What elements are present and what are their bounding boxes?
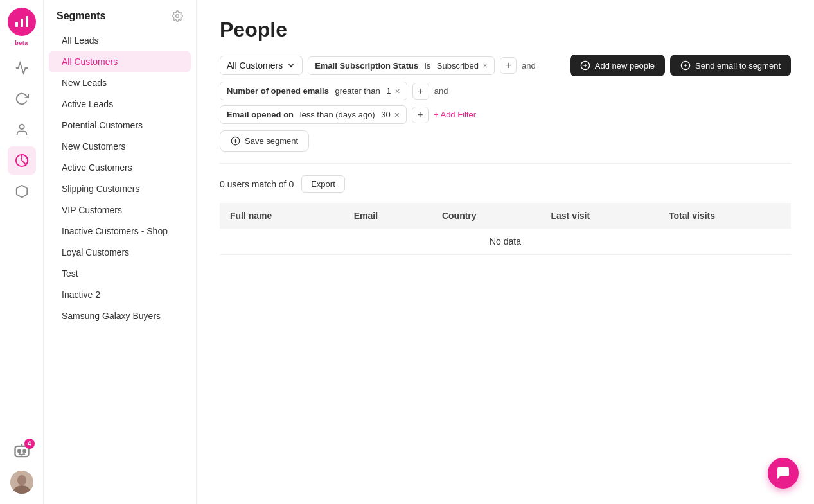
nav-icon-contacts[interactable]: [8, 116, 36, 144]
filter-field-3: Email opened on: [227, 110, 294, 119]
add-filter-label: + Add Filter: [434, 110, 476, 119]
gear-button[interactable]: [172, 10, 183, 22]
table-col-email: Email: [344, 203, 432, 229]
svg-point-6: [18, 450, 21, 453]
export-button[interactable]: Export: [301, 175, 345, 193]
filter-add-2[interactable]: +: [412, 83, 429, 100]
data-table: Full nameEmailCountryLast visitTotal vis…: [220, 203, 791, 255]
filter-close-1[interactable]: ×: [482, 61, 488, 70]
add-filter-button[interactable]: + Add Filter: [434, 110, 476, 119]
svg-rect-1: [21, 19, 23, 27]
filter-line-2: Number of opened emails greater than 1 ×…: [220, 82, 791, 100]
filter-line-1: All Customers Email Subscription Status …: [220, 55, 791, 76]
table-col-last-visit: Last visit: [540, 203, 658, 229]
sidebar-title: Segments: [57, 10, 105, 22]
filter-add-3[interactable]: +: [412, 107, 429, 123]
add-people-label: Add new people: [595, 61, 655, 71]
no-data-cell: No data: [220, 229, 791, 255]
user-avatar[interactable]: [10, 471, 33, 494]
sidebar-item-inactive-2[interactable]: Inactive 2: [49, 284, 191, 305]
match-text: 0 users match of 0: [220, 179, 294, 189]
send-email-label: Send email to segment: [695, 61, 781, 71]
filter-rows: All Customers Email Subscription Status …: [220, 55, 791, 124]
no-data-row: No data: [220, 229, 791, 255]
nav-icon-segments[interactable]: [8, 146, 36, 175]
sidebar-item-samsung-galaxy-buyers[interactable]: Samsung Galaxy Buyers: [49, 306, 191, 326]
svg-point-12: [176, 15, 179, 18]
table-head: Full nameEmailCountryLast visitTotal vis…: [220, 203, 791, 229]
svg-rect-0: [15, 22, 18, 27]
and-label-1: and: [522, 61, 536, 71]
icon-bar-bottom: 4: [8, 437, 36, 504]
sidebar-items-list: All LeadsAll CustomersNew LeadsActive Le…: [44, 30, 196, 326]
filters-area: All Customers Email Subscription Status …: [220, 55, 791, 152]
filter-close-3[interactable]: ×: [394, 110, 400, 119]
save-segment-label: Save segment: [245, 136, 298, 146]
icon-bar: beta: [0, 0, 44, 504]
filter-chip-email-subscription: Email Subscription Status is Subscribed …: [308, 56, 495, 75]
sidebar-item-potential-customers[interactable]: Potential Customers: [49, 115, 191, 135]
filter-field-2: Number of opened emails: [227, 86, 329, 96]
table-col-country: Country: [432, 203, 541, 229]
sidebar-item-active-customers[interactable]: Active Customers: [49, 157, 191, 178]
sidebar-item-loyal-customers[interactable]: Loyal Customers: [49, 242, 191, 263]
bot-badge: 4: [24, 439, 35, 449]
table-body: No data: [220, 229, 791, 255]
table-header-row: Full nameEmailCountryLast visitTotal vis…: [220, 203, 791, 229]
match-row: 0 users match of 0 Export: [220, 175, 791, 193]
sidebar: Segments All LeadsAll CustomersNew Leads…: [44, 0, 197, 504]
bot-button[interactable]: 4: [8, 437, 36, 465]
sidebar-item-new-customers[interactable]: New Customers: [49, 136, 191, 157]
filter-close-2[interactable]: ×: [394, 87, 400, 96]
table-col-total-visits: Total visits: [659, 203, 791, 229]
nav-icon-refresh[interactable]: [8, 85, 36, 113]
filter-op-1: is: [422, 61, 433, 71]
save-segment-button[interactable]: Save segment: [220, 130, 309, 152]
add-people-button[interactable]: Add new people: [570, 55, 665, 76]
sidebar-item-inactive-customers-shop[interactable]: Inactive Customers - Shop: [49, 221, 191, 241]
sidebar-item-slipping-customers[interactable]: Slipping Customers: [49, 178, 191, 199]
filter-val-3: 30: [381, 110, 390, 119]
svg-point-7: [23, 450, 26, 453]
sidebar-item-test[interactable]: Test: [49, 263, 191, 284]
nav-icon-box[interactable]: [8, 177, 36, 205]
divider: [220, 163, 791, 164]
sidebar-item-all-leads[interactable]: All Leads: [49, 30, 191, 51]
filter-val-2: 1: [386, 86, 391, 96]
segment-dropdown-label: All Customers: [227, 60, 283, 71]
filter-field-1: Email Subscription Status: [315, 61, 418, 71]
beta-label: beta: [15, 40, 28, 46]
sidebar-item-new-leads[interactable]: New Leads: [49, 73, 191, 93]
send-email-button[interactable]: Send email to segment: [670, 55, 791, 76]
nav-icon-analytics[interactable]: [8, 54, 36, 82]
svg-rect-2: [26, 16, 28, 27]
sidebar-item-all-customers[interactable]: All Customers: [49, 51, 191, 72]
filter-val-1: Subscribed: [437, 61, 479, 71]
logo-button[interactable]: [8, 8, 36, 36]
filter-chip-opened-emails: Number of opened emails greater than 1 ×: [220, 82, 407, 100]
filter-add-1[interactable]: +: [500, 57, 517, 74]
page-title: People: [220, 18, 791, 42]
chat-bubble[interactable]: [768, 458, 799, 489]
svg-point-3: [19, 125, 24, 129]
and-label-2: and: [434, 86, 448, 96]
sidebar-item-vip-customers[interactable]: VIP Customers: [49, 200, 191, 220]
sidebar-item-active-leads[interactable]: Active Leads: [49, 94, 191, 114]
svg-point-10: [17, 475, 26, 485]
main-content: People All Customers Email Subscription …: [197, 0, 814, 504]
segment-dropdown[interactable]: All Customers: [220, 56, 303, 75]
filter-op-2: greater than: [333, 86, 382, 96]
table-col-full-name: Full name: [220, 203, 344, 229]
sidebar-header: Segments: [44, 10, 196, 30]
filter-chip-email-opened-on: Email opened on less than (days ago) 30 …: [220, 105, 407, 124]
filter-line-3: Email opened on less than (days ago) 30 …: [220, 105, 791, 124]
filter-op-3: less than (days ago): [297, 110, 377, 119]
top-filters: All Customers Email Subscription Status …: [220, 55, 791, 152]
